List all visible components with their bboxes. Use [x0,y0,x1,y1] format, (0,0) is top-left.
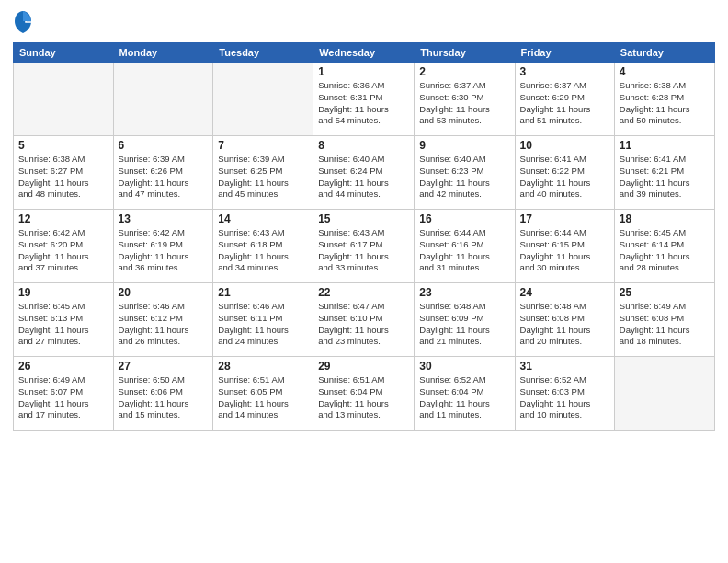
week-row-1: 1Sunrise: 6:36 AM Sunset: 6:31 PM Daylig… [14,63,715,136]
day-info: Sunrise: 6:38 AM Sunset: 6:28 PM Dayligh… [620,80,710,127]
day-number: 27 [119,360,209,373]
calendar-cell: 20Sunrise: 6:46 AM Sunset: 6:12 PM Dayli… [113,283,213,357]
calendar-cell: 26Sunrise: 6:49 AM Sunset: 6:07 PM Dayli… [14,357,114,431]
day-info: Sunrise: 6:47 AM Sunset: 6:10 PM Dayligh… [318,301,409,348]
day-number: 4 [620,65,710,78]
day-info: Sunrise: 6:52 AM Sunset: 6:04 PM Dayligh… [419,374,509,421]
week-row-2: 5Sunrise: 6:38 AM Sunset: 6:27 PM Daylig… [14,136,715,210]
day-info: Sunrise: 6:49 AM Sunset: 6:08 PM Dayligh… [620,301,710,348]
day-info: Sunrise: 6:43 AM Sunset: 6:18 PM Dayligh… [218,227,308,274]
calendar-cell: 31Sunrise: 6:52 AM Sunset: 6:03 PM Dayli… [515,357,614,431]
calendar-cell: 2Sunrise: 6:37 AM Sunset: 6:30 PM Daylig… [415,63,515,136]
page: SundayMondayTuesdayWednesdayThursdayFrid… [0,0,728,563]
weekday-header-thursday: Thursday [415,43,515,63]
calendar-cell: 9Sunrise: 6:40 AM Sunset: 6:23 PM Daylig… [415,136,515,210]
calendar-cell: 13Sunrise: 6:42 AM Sunset: 6:19 PM Dayli… [113,210,213,283]
day-number: 12 [18,213,108,225]
day-info: Sunrise: 6:44 AM Sunset: 6:15 PM Dayligh… [520,227,609,274]
calendar-cell: 30Sunrise: 6:52 AM Sunset: 6:04 PM Dayli… [415,357,515,431]
calendar-cell: 21Sunrise: 6:46 AM Sunset: 6:11 PM Dayli… [213,283,313,357]
day-number: 30 [419,360,509,373]
calendar-cell: 11Sunrise: 6:41 AM Sunset: 6:21 PM Dayli… [614,136,714,210]
day-number: 3 [520,65,609,78]
day-number: 6 [119,139,209,152]
calendar-cell [113,63,213,136]
day-number: 25 [620,286,710,299]
day-info: Sunrise: 6:49 AM Sunset: 6:07 PM Dayligh… [18,374,108,421]
day-number: 10 [520,139,609,152]
day-info: Sunrise: 6:50 AM Sunset: 6:06 PM Dayligh… [119,374,209,421]
calendar-cell: 3Sunrise: 6:37 AM Sunset: 6:29 PM Daylig… [515,63,614,136]
calendar: SundayMondayTuesdayWednesdayThursdayFrid… [13,42,715,431]
day-info: Sunrise: 6:45 AM Sunset: 6:14 PM Dayligh… [620,227,710,274]
day-info: Sunrise: 6:48 AM Sunset: 6:09 PM Dayligh… [419,301,509,348]
day-number: 7 [218,139,308,152]
day-number: 16 [419,213,509,225]
day-number: 22 [318,286,409,299]
weekday-header-friday: Friday [515,43,614,63]
day-info: Sunrise: 6:45 AM Sunset: 6:13 PM Dayligh… [18,301,108,348]
calendar-cell: 29Sunrise: 6:51 AM Sunset: 6:04 PM Dayli… [313,357,415,431]
day-number: 21 [218,286,308,299]
week-row-4: 19Sunrise: 6:45 AM Sunset: 6:13 PM Dayli… [14,283,715,357]
day-number: 24 [520,286,609,299]
day-number: 8 [318,139,409,152]
day-info: Sunrise: 6:39 AM Sunset: 6:26 PM Dayligh… [119,154,209,201]
day-info: Sunrise: 6:46 AM Sunset: 6:11 PM Dayligh… [218,301,308,348]
day-info: Sunrise: 6:42 AM Sunset: 6:20 PM Dayligh… [18,227,108,274]
day-info: Sunrise: 6:39 AM Sunset: 6:25 PM Dayligh… [218,154,308,201]
day-number: 9 [419,139,509,152]
calendar-cell [213,63,313,136]
day-info: Sunrise: 6:44 AM Sunset: 6:16 PM Dayligh… [419,227,509,274]
calendar-cell: 6Sunrise: 6:39 AM Sunset: 6:26 PM Daylig… [113,136,213,210]
day-number: 19 [18,286,108,299]
calendar-cell: 1Sunrise: 6:36 AM Sunset: 6:31 PM Daylig… [313,63,415,136]
day-info: Sunrise: 6:41 AM Sunset: 6:22 PM Dayligh… [520,154,609,201]
weekday-header-tuesday: Tuesday [213,43,313,63]
calendar-cell: 5Sunrise: 6:38 AM Sunset: 6:27 PM Daylig… [14,136,114,210]
week-row-3: 12Sunrise: 6:42 AM Sunset: 6:20 PM Dayli… [14,210,715,283]
weekday-header-monday: Monday [113,43,213,63]
day-number: 31 [520,360,609,373]
day-info: Sunrise: 6:51 AM Sunset: 6:04 PM Dayligh… [318,374,409,421]
calendar-cell: 17Sunrise: 6:44 AM Sunset: 6:15 PM Dayli… [515,210,614,283]
day-info: Sunrise: 6:38 AM Sunset: 6:27 PM Dayligh… [18,154,108,201]
logo [13,9,35,35]
day-number: 11 [620,139,710,152]
day-number: 1 [318,65,409,78]
calendar-cell [614,357,714,431]
calendar-cell: 16Sunrise: 6:44 AM Sunset: 6:16 PM Dayli… [415,210,515,283]
calendar-cell: 4Sunrise: 6:38 AM Sunset: 6:28 PM Daylig… [614,63,714,136]
day-info: Sunrise: 6:40 AM Sunset: 6:24 PM Dayligh… [318,154,409,201]
day-info: Sunrise: 6:42 AM Sunset: 6:19 PM Dayligh… [119,227,209,274]
calendar-cell: 15Sunrise: 6:43 AM Sunset: 6:17 PM Dayli… [313,210,415,283]
day-number: 20 [119,286,209,299]
day-number: 29 [318,360,409,373]
day-info: Sunrise: 6:52 AM Sunset: 6:03 PM Dayligh… [520,374,609,421]
calendar-cell: 22Sunrise: 6:47 AM Sunset: 6:10 PM Dayli… [313,283,415,357]
calendar-cell: 12Sunrise: 6:42 AM Sunset: 6:20 PM Dayli… [14,210,114,283]
day-info: Sunrise: 6:46 AM Sunset: 6:12 PM Dayligh… [119,301,209,348]
calendar-cell: 28Sunrise: 6:51 AM Sunset: 6:05 PM Dayli… [213,357,313,431]
logo-icon [13,9,33,35]
day-info: Sunrise: 6:36 AM Sunset: 6:31 PM Dayligh… [318,80,409,127]
day-number: 2 [419,65,509,78]
day-number: 28 [218,360,308,373]
header [13,9,715,35]
day-info: Sunrise: 6:51 AM Sunset: 6:05 PM Dayligh… [218,374,308,421]
day-info: Sunrise: 6:40 AM Sunset: 6:23 PM Dayligh… [419,154,509,201]
weekday-header-wednesday: Wednesday [313,43,415,63]
weekday-header-sunday: Sunday [14,43,114,63]
weekday-header-saturday: Saturday [614,43,714,63]
week-row-5: 26Sunrise: 6:49 AM Sunset: 6:07 PM Dayli… [14,357,715,431]
day-number: 15 [318,213,409,225]
day-number: 14 [218,213,308,225]
calendar-cell: 10Sunrise: 6:41 AM Sunset: 6:22 PM Dayli… [515,136,614,210]
day-number: 5 [18,139,108,152]
day-info: Sunrise: 6:41 AM Sunset: 6:21 PM Dayligh… [620,154,710,201]
day-info: Sunrise: 6:48 AM Sunset: 6:08 PM Dayligh… [520,301,609,348]
calendar-cell: 23Sunrise: 6:48 AM Sunset: 6:09 PM Dayli… [415,283,515,357]
calendar-cell: 24Sunrise: 6:48 AM Sunset: 6:08 PM Dayli… [515,283,614,357]
day-info: Sunrise: 6:43 AM Sunset: 6:17 PM Dayligh… [318,227,409,274]
calendar-cell: 14Sunrise: 6:43 AM Sunset: 6:18 PM Dayli… [213,210,313,283]
